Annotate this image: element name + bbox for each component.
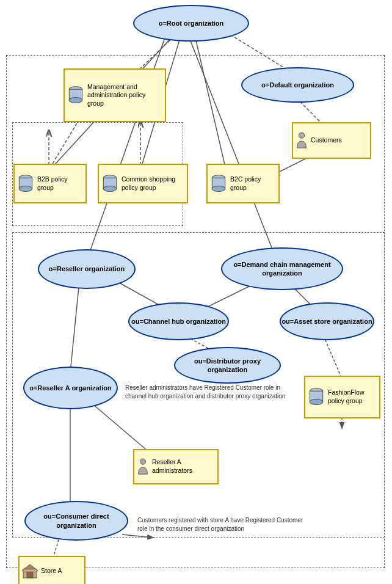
- svg-rect-43: [23, 569, 37, 572]
- demand-org-label: o=Demand chain management organization: [222, 260, 342, 278]
- common-policy-label: Common shopping policy group: [122, 175, 184, 192]
- customer-note: Customers registered with store A have R…: [137, 516, 314, 533]
- asset-store-node: ou=Asset store organization: [280, 302, 374, 340]
- root-org-node: o=Root organization: [133, 5, 249, 42]
- cylinder-icon-b2c: [210, 174, 227, 194]
- svg-point-25: [69, 98, 82, 103]
- customers-node: Customers: [292, 122, 371, 159]
- demand-org-node: o=Demand chain management organization: [221, 247, 343, 290]
- reseller-a-admin-node: Reseller A administrators: [133, 449, 219, 484]
- store-a-node: Store A: [18, 556, 85, 584]
- fashionflow-policy-node: FashionFlow policy group: [304, 376, 380, 418]
- distributor-proxy-label: ou=Distributor proxy organization: [175, 357, 280, 374]
- consumer-direct-node: ou=Consumer direct organization: [24, 501, 128, 541]
- b2c-policy-node: B2C policy group: [206, 164, 280, 203]
- person-icon: [296, 132, 308, 149]
- svg-point-26: [299, 133, 304, 138]
- reseller-note: Reseller administrators have Registered …: [125, 384, 287, 401]
- cylinder-icon-common: [101, 174, 118, 194]
- store-a-label: Store A: [41, 567, 82, 575]
- common-policy-node: Common shopping policy group: [98, 164, 188, 203]
- reseller-a-org-label: o=Reseller A organization: [29, 384, 112, 392]
- person-icon-admin: [137, 458, 149, 475]
- svg-point-29: [19, 186, 32, 191]
- mgmt-policy-label: Management and administration policy gro…: [87, 83, 162, 108]
- b2c-policy-label: B2C policy group: [230, 175, 276, 192]
- cylinder-icon: [67, 86, 84, 105]
- svg-rect-42: [27, 572, 33, 578]
- consumer-direct-label: ou=Consumer direct organization: [26, 512, 127, 530]
- svg-point-35: [212, 186, 225, 191]
- svg-point-39: [140, 459, 145, 464]
- cylinder-icon-b2b: [17, 174, 34, 194]
- cylinder-icon-fashionflow: [308, 387, 325, 407]
- mgmt-policy-node: Management and administration policy gro…: [64, 68, 166, 122]
- svg-point-32: [103, 186, 116, 191]
- customers-label: Customers: [311, 136, 368, 145]
- svg-point-38: [310, 400, 322, 405]
- channel-hub-node: ou=Channel hub organization: [128, 302, 229, 340]
- reseller-a-org-node: o=Reseller A organization: [23, 367, 118, 409]
- b2b-policy-label: B2B policy group: [37, 175, 83, 192]
- reseller-org-node: o=Reseller organization: [38, 249, 136, 289]
- channel-hub-label: ou=Channel hub organization: [131, 317, 226, 326]
- default-org-label: o=Default organization: [261, 81, 334, 89]
- distributor-proxy-node: ou=Distributor proxy organization: [174, 347, 281, 384]
- default-org-node: o=Default organization: [241, 67, 354, 103]
- reseller-org-label: o=Reseller organization: [49, 265, 125, 273]
- store-icon: [22, 563, 38, 579]
- reseller-a-admin-label: Reseller A administrators: [152, 458, 215, 475]
- fashionflow-policy-label: FashionFlow policy group: [328, 389, 377, 405]
- root-org-label: o=Root organization: [159, 19, 224, 27]
- b2b-policy-node: B2B policy group: [13, 164, 87, 203]
- asset-store-label: ou=Asset store organization: [281, 317, 372, 326]
